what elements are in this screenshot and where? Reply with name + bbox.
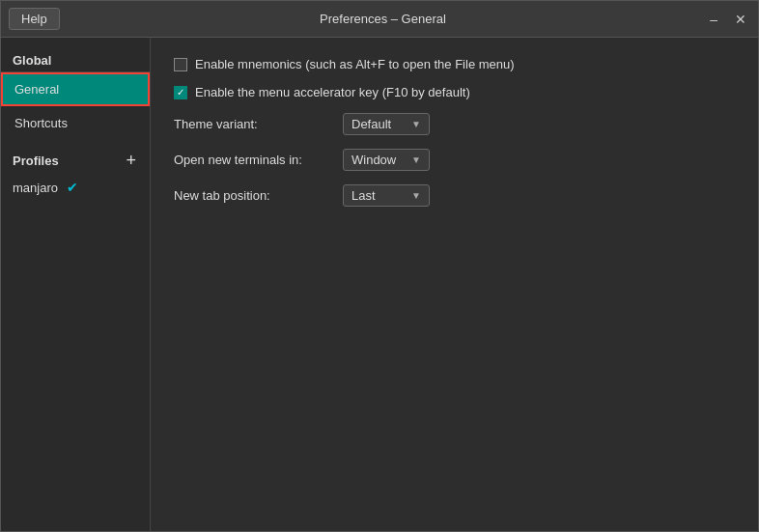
- theme-row: Theme variant: Default ▼: [174, 113, 735, 135]
- tab-pos-row: New tab position: Last ▼: [174, 184, 735, 207]
- titlebar-title: Preferences – General: [60, 12, 706, 26]
- accelerator-row: Enable the menu accelerator key (F10 by …: [174, 85, 735, 99]
- profile-name: manjaro: [13, 181, 58, 195]
- theme-dropdown[interactable]: Default ▼: [343, 113, 430, 135]
- terminals-dropdown-arrow: ▼: [411, 154, 421, 165]
- tab-pos-value: Last: [351, 188, 376, 203]
- mnemonics-text: Enable mnemonics (such as Alt+F to open …: [195, 57, 515, 71]
- profiles-section-label: Profiles: [13, 154, 59, 168]
- tab-pos-label: New tab position:: [174, 188, 343, 203]
- tab-pos-dropdown-arrow: ▼: [411, 190, 421, 201]
- terminals-dropdown[interactable]: Window ▼: [343, 149, 430, 171]
- tab-pos-dropdown[interactable]: Last ▼: [343, 184, 430, 207]
- mnemonics-row: Enable mnemonics (such as Alt+F to open …: [174, 57, 735, 71]
- global-section-label: Global: [1, 45, 150, 71]
- accelerator-checkbox[interactable]: [174, 86, 187, 99]
- titlebar-controls: – ✕: [706, 10, 750, 29]
- main-panel: Enable mnemonics (such as Alt+F to open …: [151, 38, 758, 531]
- mnemonics-checkbox[interactable]: [174, 58, 187, 71]
- content: Global General Shortcuts Profiles + manj…: [1, 38, 758, 531]
- theme-value: Default: [351, 117, 391, 131]
- terminals-value: Window: [351, 153, 396, 167]
- sidebar-item-shortcuts[interactable]: Shortcuts: [1, 106, 150, 140]
- mnemonics-label[interactable]: Enable mnemonics (such as Alt+F to open …: [174, 57, 515, 71]
- window: Help Preferences – General – ✕ Global Ge…: [0, 0, 759, 532]
- accelerator-text: Enable the menu accelerator key (F10 by …: [195, 85, 470, 99]
- profiles-header: Profiles +: [1, 144, 150, 173]
- terminals-row: Open new terminals in: Window ▼: [174, 149, 735, 171]
- theme-label: Theme variant:: [174, 117, 343, 131]
- titlebar-left: Help: [9, 8, 60, 30]
- minimize-button[interactable]: –: [706, 10, 721, 29]
- titlebar: Help Preferences – General – ✕: [1, 1, 758, 38]
- profile-item-manjaro[interactable]: manjaro ✔: [1, 173, 150, 202]
- sidebar: Global General Shortcuts Profiles + manj…: [1, 38, 151, 531]
- theme-dropdown-arrow: ▼: [411, 119, 421, 129]
- add-profile-button[interactable]: +: [124, 152, 138, 169]
- accelerator-label[interactable]: Enable the menu accelerator key (F10 by …: [174, 85, 470, 99]
- sidebar-item-general[interactable]: General: [1, 72, 150, 106]
- terminals-label: Open new terminals in:: [174, 153, 343, 167]
- help-button[interactable]: Help: [9, 8, 60, 30]
- close-button[interactable]: ✕: [731, 10, 750, 29]
- profile-default-icon: ✔: [64, 179, 81, 196]
